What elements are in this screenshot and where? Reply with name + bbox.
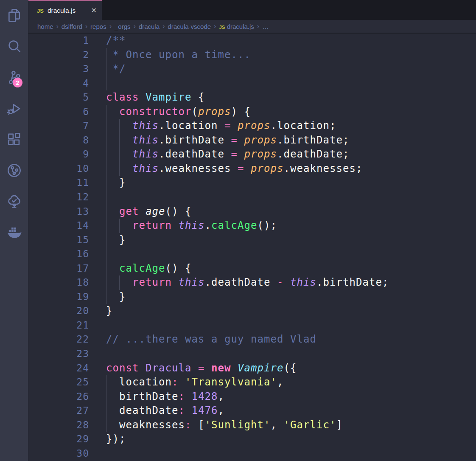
line-number: 12 bbox=[28, 190, 89, 205]
line-number: 27 bbox=[28, 404, 89, 418]
code-editor[interactable]: 1/**2 * Once upon a time...3 */45class V… bbox=[28, 34, 476, 461]
line-content[interactable]: } bbox=[106, 233, 476, 247]
code-token: new bbox=[211, 362, 231, 374]
line-content[interactable]: weaknesses: ['Sunlight', 'Garlic'] bbox=[106, 418, 476, 433]
close-icon[interactable]: ✕ bbox=[91, 7, 97, 14]
code-line[interactable]: 9 this.deathDate = props.deathDate; bbox=[28, 147, 476, 162]
code-token bbox=[238, 134, 244, 146]
line-content[interactable]: * Once upon a time... bbox=[106, 48, 476, 62]
code-token: 'Garlic' bbox=[284, 419, 336, 431]
code-line[interactable]: 1/** bbox=[28, 34, 476, 48]
line-content[interactable]: }); bbox=[106, 432, 476, 447]
breadcrumb-item--[interactable]: … bbox=[262, 23, 269, 30]
line-content[interactable] bbox=[106, 190, 476, 205]
line-content[interactable]: this.location = props.location; bbox=[106, 119, 476, 133]
code-line[interactable]: 21 bbox=[28, 318, 476, 333]
code-line[interactable]: 17 calcAge() { bbox=[28, 261, 476, 276]
code-token bbox=[139, 91, 146, 103]
line-content[interactable]: location: 'Transylvania', bbox=[106, 375, 476, 390]
code-line[interactable]: 8 this.birthDate = props.birthDate; bbox=[28, 133, 476, 148]
code-line[interactable]: 13 get age() { bbox=[28, 205, 476, 219]
activity-bar-item-explorer[interactable] bbox=[0, 0, 28, 31]
line-content[interactable]: this.deathDate = props.deathDate; bbox=[106, 147, 476, 162]
line-content[interactable]: } bbox=[106, 304, 476, 318]
code-line[interactable]: 30 bbox=[28, 447, 476, 461]
line-number: 15 bbox=[28, 233, 89, 247]
code-token: const bbox=[106, 362, 139, 374]
breadcrumb-item-dracula-js[interactable]: JS dracula.js bbox=[219, 23, 254, 30]
code-line[interactable]: 24const Dracula = new Vampire({ bbox=[28, 361, 476, 376]
breadcrumb-item--orgs[interactable]: _orgs bbox=[115, 23, 131, 30]
tab-dracula-js[interactable]: JS dracula.js ✕ bbox=[28, 0, 102, 20]
code-token bbox=[172, 276, 179, 288]
line-content[interactable]: class Vampire { bbox=[106, 90, 476, 105]
code-line[interactable]: 6 constructor(props) { bbox=[28, 105, 476, 119]
code-token bbox=[139, 205, 146, 217]
breadcrumb-item-dsifford[interactable]: dsifford bbox=[62, 23, 82, 30]
activity-bar-item-run-debug[interactable] bbox=[0, 93, 28, 124]
code-line[interactable]: 26 birthDate: 1428, bbox=[28, 390, 476, 404]
line-number: 30 bbox=[28, 447, 89, 461]
activity-bar-item-source-control[interactable]: 2 bbox=[0, 62, 28, 93]
code-line[interactable]: 18 return this.deathDate - this.birthDat… bbox=[28, 275, 476, 290]
code-line[interactable]: 23 bbox=[28, 347, 476, 361]
line-content[interactable] bbox=[106, 447, 476, 461]
code-line[interactable]: 5class Vampire { bbox=[28, 90, 476, 105]
code-line[interactable]: 15 } bbox=[28, 233, 476, 247]
code-line[interactable]: 25 location: 'Transylvania', bbox=[28, 375, 476, 390]
git-graph-icon bbox=[6, 162, 22, 179]
code-token: .birthDate; bbox=[277, 134, 350, 146]
line-content[interactable]: get age() { bbox=[106, 205, 476, 219]
line-number: 22 bbox=[28, 332, 89, 347]
code-line[interactable]: 4 bbox=[28, 76, 476, 91]
code-token: () { bbox=[165, 262, 192, 274]
line-content[interactable]: // ...there was a guy named Vlad bbox=[106, 332, 476, 347]
activity-bar-item-git-graph[interactable] bbox=[0, 155, 28, 186]
code-line[interactable]: 10 this.weaknesses = props.weaknesses; bbox=[28, 162, 476, 176]
activity-bar-item-todo-tree[interactable] bbox=[0, 186, 28, 217]
breadcrumb-item-dracula[interactable]: dracula bbox=[139, 23, 160, 30]
line-content[interactable]: this.birthDate = props.birthDate; bbox=[106, 133, 476, 148]
code-line[interactable]: 11 } bbox=[28, 176, 476, 190]
code-token: } bbox=[106, 305, 113, 317]
code-line[interactable]: 29}); bbox=[28, 432, 476, 447]
line-content[interactable]: } bbox=[106, 290, 476, 304]
code-line[interactable]: 28 weaknesses: ['Sunlight', 'Garlic'] bbox=[28, 418, 476, 433]
breadcrumb-item-dracula-vscode[interactable]: dracula-vscode bbox=[168, 23, 211, 30]
activity-bar-item-search[interactable] bbox=[0, 31, 28, 62]
code-line[interactable]: 3 */ bbox=[28, 62, 476, 76]
activity-bar-item-docker[interactable] bbox=[0, 217, 28, 248]
code-line[interactable]: 20} bbox=[28, 304, 476, 318]
line-content[interactable]: calcAge() { bbox=[106, 261, 476, 276]
line-content[interactable] bbox=[106, 247, 476, 261]
line-content[interactable]: deathDate: 1476, bbox=[106, 404, 476, 418]
line-content[interactable]: return this.calcAge(); bbox=[106, 219, 476, 233]
line-content[interactable]: birthDate: 1428, bbox=[106, 390, 476, 404]
breadcrumb-item-home[interactable]: home bbox=[37, 23, 53, 30]
code-line[interactable]: 7 this.location = props.location; bbox=[28, 119, 476, 133]
code-line[interactable]: 16 bbox=[28, 247, 476, 261]
code-line[interactable]: 19 } bbox=[28, 290, 476, 304]
line-content[interactable]: const Dracula = new Vampire({ bbox=[106, 361, 476, 376]
line-content[interactable]: constructor(props) { bbox=[106, 105, 476, 119]
line-content[interactable] bbox=[106, 347, 476, 361]
line-content[interactable] bbox=[106, 76, 476, 91]
line-number: 20 bbox=[28, 304, 89, 318]
code-line[interactable]: 14 return this.calcAge(); bbox=[28, 219, 476, 233]
code-line[interactable]: 22// ...there was a guy named Vlad bbox=[28, 332, 476, 347]
code-token: /** bbox=[106, 34, 126, 46]
line-content[interactable]: } bbox=[106, 176, 476, 190]
code-line[interactable]: 2 * Once upon a time... bbox=[28, 48, 476, 62]
code-line[interactable]: 12 bbox=[28, 190, 476, 205]
line-number: 29 bbox=[28, 432, 89, 447]
code-token: return bbox=[132, 276, 172, 288]
activity-bar-item-extensions[interactable] bbox=[0, 124, 28, 155]
breadcrumb-item-repos[interactable]: repos bbox=[90, 23, 106, 30]
line-content[interactable]: return this.deathDate - this.birthDate; bbox=[106, 275, 476, 290]
line-content[interactable] bbox=[106, 318, 476, 333]
line-content[interactable]: /** bbox=[106, 34, 476, 48]
code-line[interactable]: 27 deathDate: 1476, bbox=[28, 404, 476, 418]
line-content[interactable]: this.weaknesses = props.weaknesses; bbox=[106, 162, 476, 176]
code-token: .birthDate; bbox=[316, 276, 389, 288]
line-content[interactable]: */ bbox=[106, 62, 476, 76]
